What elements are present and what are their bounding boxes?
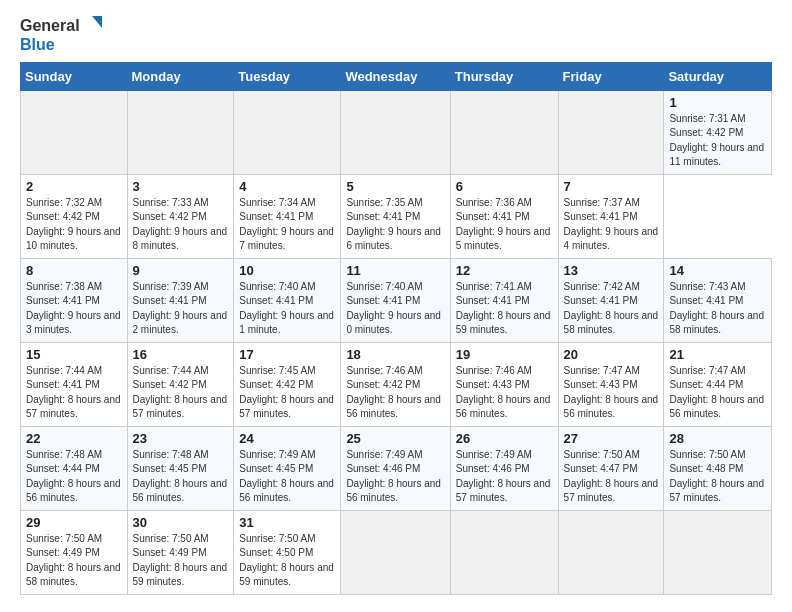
- calendar-cell: 27Sunrise: 7:50 AM Sunset: 4:47 PM Dayli…: [558, 426, 664, 510]
- page-container: General Blue SundayMondayTuesdayWednesda…: [0, 0, 792, 605]
- calendar-cell: 13Sunrise: 7:42 AM Sunset: 4:41 PM Dayli…: [558, 258, 664, 342]
- calendar-cell: [450, 510, 558, 594]
- calendar-cell: [21, 90, 128, 174]
- calendar-week-4: 15Sunrise: 7:44 AM Sunset: 4:41 PM Dayli…: [21, 342, 772, 426]
- calendar-cell: 11Sunrise: 7:40 AM Sunset: 4:41 PM Dayli…: [341, 258, 450, 342]
- calendar-header-tuesday: Tuesday: [234, 62, 341, 90]
- calendar-cell: 12Sunrise: 7:41 AM Sunset: 4:41 PM Dayli…: [450, 258, 558, 342]
- header: General Blue: [20, 16, 772, 54]
- calendar-cell: 21Sunrise: 7:47 AM Sunset: 4:44 PM Dayli…: [664, 342, 772, 426]
- calendar-cell: 4Sunrise: 7:34 AM Sunset: 4:41 PM Daylig…: [234, 174, 341, 258]
- calendar-cell: 29Sunrise: 7:50 AM Sunset: 4:49 PM Dayli…: [21, 510, 128, 594]
- svg-marker-0: [92, 16, 102, 28]
- logo-blue-text: Blue: [20, 36, 102, 54]
- calendar-cell: 23Sunrise: 7:48 AM Sunset: 4:45 PM Dayli…: [127, 426, 234, 510]
- calendar-cell: [664, 510, 772, 594]
- calendar-cell: 1Sunrise: 7:31 AM Sunset: 4:42 PM Daylig…: [664, 90, 772, 174]
- calendar-cell: 6Sunrise: 7:36 AM Sunset: 4:41 PM Daylig…: [450, 174, 558, 258]
- calendar-cell: 28Sunrise: 7:50 AM Sunset: 4:48 PM Dayli…: [664, 426, 772, 510]
- calendar-cell: [127, 90, 234, 174]
- calendar-header-thursday: Thursday: [450, 62, 558, 90]
- calendar-header-monday: Monday: [127, 62, 234, 90]
- calendar-cell: 5Sunrise: 7:35 AM Sunset: 4:41 PM Daylig…: [341, 174, 450, 258]
- calendar-cell: [450, 90, 558, 174]
- calendar-cell: 19Sunrise: 7:46 AM Sunset: 4:43 PM Dayli…: [450, 342, 558, 426]
- calendar-cell: [341, 90, 450, 174]
- calendar-cell: 10Sunrise: 7:40 AM Sunset: 4:41 PM Dayli…: [234, 258, 341, 342]
- logo-general-text: General: [20, 17, 80, 35]
- calendar-cell: 14Sunrise: 7:43 AM Sunset: 4:41 PM Dayli…: [664, 258, 772, 342]
- calendar-cell: [558, 510, 664, 594]
- logo-triangle-icon: [82, 16, 102, 36]
- calendar-week-2: 2Sunrise: 7:32 AM Sunset: 4:42 PM Daylig…: [21, 174, 772, 258]
- calendar-cell: [341, 510, 450, 594]
- calendar-cell: 24Sunrise: 7:49 AM Sunset: 4:45 PM Dayli…: [234, 426, 341, 510]
- calendar-cell: 15Sunrise: 7:44 AM Sunset: 4:41 PM Dayli…: [21, 342, 128, 426]
- calendar-cell: 16Sunrise: 7:44 AM Sunset: 4:42 PM Dayli…: [127, 342, 234, 426]
- calendar-week-1: 1Sunrise: 7:31 AM Sunset: 4:42 PM Daylig…: [21, 90, 772, 174]
- calendar-week-5: 22Sunrise: 7:48 AM Sunset: 4:44 PM Dayli…: [21, 426, 772, 510]
- calendar-cell: [234, 90, 341, 174]
- calendar-week-6: 29Sunrise: 7:50 AM Sunset: 4:49 PM Dayli…: [21, 510, 772, 594]
- calendar-cell: 22Sunrise: 7:48 AM Sunset: 4:44 PM Dayli…: [21, 426, 128, 510]
- calendar-table: SundayMondayTuesdayWednesdayThursdayFrid…: [20, 62, 772, 595]
- logo: General Blue: [20, 16, 102, 54]
- calendar-header-sunday: Sunday: [21, 62, 128, 90]
- calendar-header-wednesday: Wednesday: [341, 62, 450, 90]
- calendar-week-3: 8Sunrise: 7:38 AM Sunset: 4:41 PM Daylig…: [21, 258, 772, 342]
- calendar-cell: 8Sunrise: 7:38 AM Sunset: 4:41 PM Daylig…: [21, 258, 128, 342]
- calendar-cell: 18Sunrise: 7:46 AM Sunset: 4:42 PM Dayli…: [341, 342, 450, 426]
- calendar-cell: 17Sunrise: 7:45 AM Sunset: 4:42 PM Dayli…: [234, 342, 341, 426]
- calendar-cell: 25Sunrise: 7:49 AM Sunset: 4:46 PM Dayli…: [341, 426, 450, 510]
- calendar-cell: 30Sunrise: 7:50 AM Sunset: 4:49 PM Dayli…: [127, 510, 234, 594]
- calendar-cell: 26Sunrise: 7:49 AM Sunset: 4:46 PM Dayli…: [450, 426, 558, 510]
- calendar-cell: [558, 90, 664, 174]
- calendar-cell: 31Sunrise: 7:50 AM Sunset: 4:50 PM Dayli…: [234, 510, 341, 594]
- calendar-cell: 20Sunrise: 7:47 AM Sunset: 4:43 PM Dayli…: [558, 342, 664, 426]
- calendar-cell: 3Sunrise: 7:33 AM Sunset: 4:42 PM Daylig…: [127, 174, 234, 258]
- calendar-header-row: SundayMondayTuesdayWednesdayThursdayFrid…: [21, 62, 772, 90]
- calendar-cell: 2Sunrise: 7:32 AM Sunset: 4:42 PM Daylig…: [21, 174, 128, 258]
- calendar-header-friday: Friday: [558, 62, 664, 90]
- calendar-header-saturday: Saturday: [664, 62, 772, 90]
- calendar-cell: 7Sunrise: 7:37 AM Sunset: 4:41 PM Daylig…: [558, 174, 664, 258]
- calendar-cell: 9Sunrise: 7:39 AM Sunset: 4:41 PM Daylig…: [127, 258, 234, 342]
